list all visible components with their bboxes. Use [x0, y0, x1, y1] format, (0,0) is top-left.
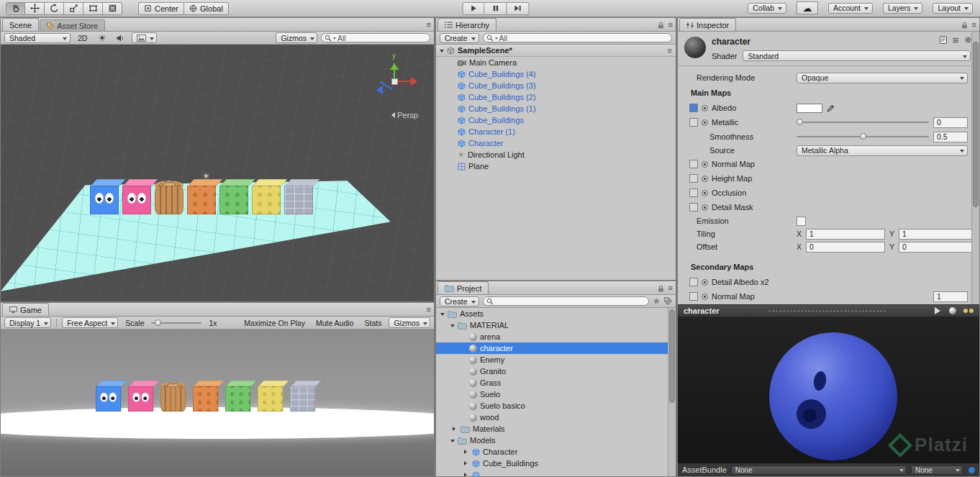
game-menu-icon[interactable]: ≡	[427, 306, 431, 314]
tree-item-assets[interactable]: Assets	[436, 308, 668, 319]
hierarchy-item-character-1[interactable]: Character (1)	[436, 126, 676, 137]
scene-context-menu-icon[interactable]: ≡	[668, 46, 672, 55]
hierarchy-menu-icon[interactable]: ≡	[668, 21, 673, 29]
scene-lighting-toggle[interactable]: ☀	[94, 32, 109, 44]
transform-tool-button[interactable]	[103, 2, 122, 15]
detail-mask-texture-slot[interactable]	[689, 203, 698, 212]
tab-game[interactable]: Game	[2, 303, 49, 316]
assetbundle-name-dropdown[interactable]: None	[731, 465, 907, 475]
pivot-toggle-button[interactable]: Center	[138, 2, 184, 15]
tree-item-wood[interactable]: wood	[436, 412, 668, 423]
tree-item-character-selected[interactable]: character	[436, 342, 668, 354]
rect-tool-button[interactable]	[83, 2, 103, 15]
metallic-value-field[interactable]: 0	[933, 117, 968, 128]
hierarchy-item-cube-buildings-4[interactable]: Cube_Buildings (4)	[436, 68, 676, 80]
expand-closed-icon[interactable]	[464, 450, 469, 454]
expand-open-icon[interactable]	[450, 440, 455, 445]
normal-map-texture-slot[interactable]	[689, 160, 698, 168]
hierarchy-item-character[interactable]: Character	[436, 137, 676, 149]
texture-picker-icon[interactable]	[702, 279, 708, 286]
material-help-icon[interactable]	[940, 36, 947, 44]
hierarchy-create-dropdown[interactable]: Create	[440, 33, 479, 43]
assetbundle-variant-dropdown[interactable]: None	[911, 465, 963, 475]
cloud-button[interactable]: ☁	[797, 1, 818, 14]
scene-viewport[interactable]: ☀ y Persp	[1, 45, 434, 301]
scene-menu-icon[interactable]: ≡	[427, 21, 431, 29]
hierarchy-item-main-camera[interactable]: Main Camera	[436, 57, 676, 68]
preview-drag-handle[interactable]	[768, 309, 886, 313]
expand-closed-icon[interactable]	[453, 427, 458, 431]
preview-header[interactable]: character	[678, 304, 979, 317]
play-button[interactable]	[463, 2, 485, 15]
texture-picker-icon[interactable]	[702, 119, 708, 126]
tree-item-model-character[interactable]: Character	[436, 446, 668, 458]
game-viewport[interactable]	[1, 330, 434, 476]
2d-toggle-button[interactable]: 2D	[74, 32, 91, 44]
tree-item-enemy[interactable]: Enemy	[436, 354, 668, 365]
expand-open-icon[interactable]	[450, 324, 455, 330]
preview-lighting-icon[interactable]	[963, 308, 974, 314]
tab-asset-store[interactable]: Asset Store	[40, 19, 105, 31]
tree-item-suelo[interactable]: Suelo	[436, 389, 668, 400]
rendering-mode-dropdown[interactable]: Opaque	[797, 73, 968, 83]
axis-center-cube[interactable]	[391, 78, 398, 85]
scene-effects-dropdown[interactable]	[132, 32, 157, 43]
material-presets-icon[interactable]	[952, 37, 959, 44]
tab-scene[interactable]: Scene	[2, 18, 39, 31]
step-button[interactable]	[507, 2, 530, 15]
hierarchy-lock-icon[interactable]	[658, 22, 664, 29]
scene-audio-toggle[interactable]	[113, 32, 128, 44]
texture-picker-icon[interactable]	[702, 176, 708, 182]
pause-button[interactable]	[485, 2, 507, 15]
material-preview-area[interactable]: Platzi	[678, 317, 979, 463]
scale-tool-button[interactable]	[64, 2, 83, 15]
layers-dropdown[interactable]: Layers	[883, 3, 923, 14]
tree-item-model-cube-buildings[interactable]: Cube_Buildings	[436, 458, 668, 469]
search-by-type-icon[interactable]	[653, 297, 661, 305]
display-dropdown[interactable]: Display 1	[4, 317, 51, 328]
eyedropper-icon[interactable]	[827, 104, 835, 112]
tree-item-arena[interactable]: arena	[436, 331, 668, 342]
project-lock-icon[interactable]	[658, 285, 664, 292]
scene-header-row[interactable]: SampleScene* ≡	[436, 45, 676, 57]
tiling-y-field[interactable]: 1	[899, 229, 974, 240]
hierarchy-item-plane[interactable]: Plane	[436, 160, 676, 172]
game-gizmos-dropdown[interactable]: Gizmos	[389, 317, 430, 328]
project-scrollbar[interactable]	[668, 308, 676, 476]
scene-search-field[interactable]: All	[321, 33, 430, 42]
tree-item-grass[interactable]: Grass	[436, 377, 668, 389]
expand-closed-icon[interactable]	[464, 461, 469, 465]
inspector-scrollbar-thumb[interactable]	[973, 42, 979, 207]
scene-gizmos-dropdown[interactable]: Gizmos	[276, 32, 317, 43]
space-toggle-button[interactable]: Global	[184, 2, 229, 15]
occlusion-texture-slot[interactable]	[689, 188, 698, 197]
tree-item-suelo-basico[interactable]: Suelo basico	[436, 400, 668, 412]
offset-y-field[interactable]: 0	[899, 242, 974, 253]
texture-picker-icon[interactable]	[702, 161, 708, 168]
project-search-field[interactable]	[483, 296, 649, 306]
inspector-lock-icon[interactable]	[961, 22, 968, 29]
shader-dropdown[interactable]: Standard	[743, 50, 971, 61]
mute-audio-button[interactable]: Mute Audio	[312, 317, 358, 329]
collab-dropdown[interactable]: Collab	[748, 3, 786, 14]
tab-project[interactable]: Project	[437, 281, 489, 294]
preview-play-icon[interactable]	[935, 307, 944, 314]
maximize-on-play-button[interactable]: Maximize On Play	[240, 317, 309, 329]
tree-item-models-folder[interactable]: Models	[436, 435, 668, 446]
emission-checkbox[interactable]	[797, 217, 806, 226]
inspector-scrollbar[interactable]	[971, 32, 979, 304]
expand-open-icon[interactable]	[440, 313, 445, 318]
project-create-dropdown[interactable]: Create	[440, 296, 479, 306]
smoothness-value-field[interactable]: 0.5	[933, 132, 968, 142]
search-by-label-icon[interactable]	[664, 297, 672, 305]
detail-albedo-texture-slot[interactable]	[689, 278, 698, 286]
hierarchy-item-directional-light[interactable]: ☀Directional Light	[436, 149, 676, 160]
height-map-texture-slot[interactable]	[689, 174, 698, 183]
layout-dropdown[interactable]: Layout	[933, 3, 973, 14]
hierarchy-search-field[interactable]: All	[483, 33, 672, 42]
hierarchy-item-cube-buildings-2[interactable]: Cube_Buildings (2)	[436, 91, 676, 103]
hand-tool-button[interactable]	[6, 2, 25, 15]
hierarchy-item-cube-buildings[interactable]: Cube_Buildings	[436, 114, 676, 126]
offset-x-field[interactable]: 0	[806, 242, 885, 253]
shading-mode-dropdown[interactable]: Shaded	[4, 33, 71, 43]
